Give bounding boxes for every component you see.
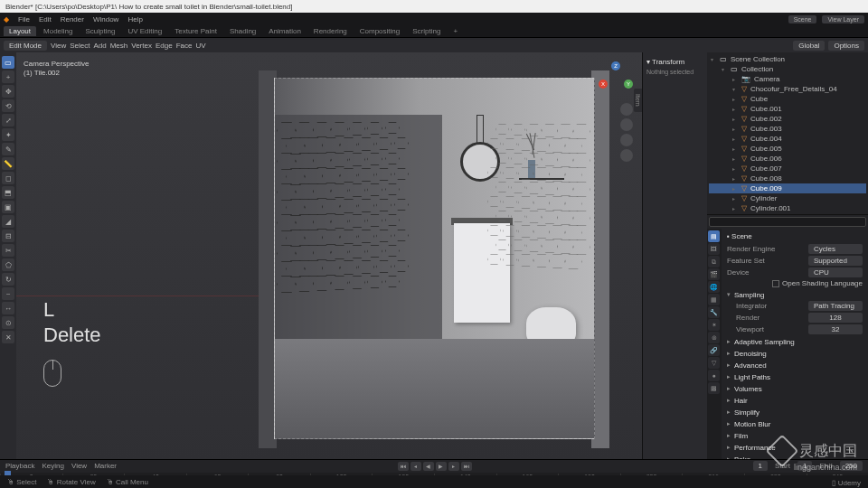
- proptab-render[interactable]: ▤: [708, 230, 720, 242]
- prop-section[interactable]: Motion Blur: [727, 420, 863, 428]
- proptab-scene[interactable]: 🎬: [708, 268, 720, 280]
- tool-knife[interactable]: ✂: [2, 244, 14, 257]
- hdr-vertex[interactable]: Vertex: [131, 42, 152, 50]
- ws-animation[interactable]: Animation: [263, 26, 307, 36]
- tool-poly[interactable]: ⬠: [2, 258, 14, 271]
- hdr-view[interactable]: View: [51, 42, 66, 50]
- gizmo-x[interactable]: X: [599, 80, 608, 89]
- tool-move[interactable]: ✥: [2, 85, 14, 98]
- npanel-tab-item[interactable]: Item: [634, 89, 642, 112]
- proptab-object[interactable]: ▦: [708, 294, 720, 305]
- ws-shading[interactable]: Shading: [224, 26, 261, 36]
- val-integrator[interactable]: Path Tracing: [808, 301, 863, 311]
- ws-add[interactable]: +: [448, 26, 463, 36]
- prop-section[interactable]: Volumes: [727, 385, 863, 393]
- play-rev-icon[interactable]: ◀: [423, 462, 434, 471]
- outliner-item[interactable]: ▸▽Cylinder.001: [709, 203, 866, 213]
- val-render[interactable]: 128: [808, 313, 863, 323]
- proptab-viewlayer[interactable]: ⧉: [708, 256, 720, 267]
- tool-rotate[interactable]: ⟲: [2, 99, 14, 112]
- tool-bevel[interactable]: ◢: [2, 215, 14, 228]
- persp-icon[interactable]: [620, 149, 633, 162]
- tool-cursor[interactable]: +: [2, 70, 14, 83]
- next-key-icon[interactable]: ▸: [448, 462, 459, 471]
- proptab-mesh[interactable]: ▽: [708, 357, 720, 369]
- hdr-select[interactable]: Select: [70, 42, 90, 50]
- prop-section[interactable]: Denoising: [727, 350, 863, 358]
- menu-edit[interactable]: Edit: [39, 15, 52, 23]
- proptab-modifier[interactable]: 🔧: [708, 306, 720, 318]
- tool-addcube[interactable]: ◻: [2, 172, 14, 184]
- outliner-item[interactable]: ▸▽Cube.006: [709, 154, 866, 164]
- outliner-item[interactable]: ▸▽Cube.008: [709, 174, 866, 183]
- proptab-world[interactable]: 🌐: [708, 281, 720, 293]
- val-engine[interactable]: Cycles: [808, 244, 863, 254]
- prev-key-icon[interactable]: ◂: [410, 462, 421, 471]
- outliner[interactable]: ▾▭Scene Collection ▾▭Collection ▸📷Camera…: [707, 52, 868, 215]
- viewport-3d[interactable]: Camera Perspective (1) Tile.002 X Y Z It…: [16, 52, 642, 459]
- tool-slide[interactable]: ↔: [2, 302, 14, 314]
- scene-field[interactable]: Scene: [788, 15, 817, 23]
- ws-scripting[interactable]: Scripting: [407, 26, 446, 36]
- tool-annotate[interactable]: ✎: [2, 143, 14, 155]
- outliner-item[interactable]: ▸▽Cube: [709, 94, 866, 104]
- frame-current[interactable]: 1: [753, 461, 768, 471]
- tool-transform[interactable]: ✦: [2, 128, 14, 141]
- prop-section[interactable]: Advanced: [727, 361, 863, 370]
- outliner-item[interactable]: ▸▽Cube.009: [709, 183, 866, 193]
- zoom-icon[interactable]: [620, 103, 633, 116]
- val-featureset[interactable]: Supported: [808, 256, 863, 266]
- prop-section[interactable]: Hair: [727, 397, 863, 405]
- menu-file[interactable]: File: [18, 15, 30, 23]
- ws-texpaint[interactable]: Texture Paint: [169, 26, 222, 36]
- ws-sculpting[interactable]: Sculpting: [80, 26, 121, 36]
- tool-spin[interactable]: ↻: [2, 273, 14, 286]
- gizmo-y[interactable]: Y: [624, 80, 633, 89]
- tool-scale[interactable]: ⤢: [2, 114, 14, 127]
- outliner-item[interactable]: ▸▽Cube.005: [709, 144, 866, 154]
- tl-view[interactable]: View: [71, 462, 87, 470]
- hdr-face[interactable]: Face: [176, 42, 193, 50]
- menu-window[interactable]: Window: [93, 15, 118, 23]
- proptab-particle[interactable]: ✶: [708, 319, 720, 331]
- outliner-item[interactable]: ▸▽Cylinder: [709, 193, 866, 203]
- proptab-constraint[interactable]: 🔗: [708, 344, 720, 356]
- outliner-item[interactable]: ▸▽Cube.001: [709, 104, 866, 114]
- outliner-root[interactable]: ▾▭Scene Collection: [709, 54, 866, 64]
- tool-loopcut[interactable]: ⊟: [2, 230, 14, 242]
- pan-icon[interactable]: [620, 118, 633, 131]
- proptab-output[interactable]: 🖼: [708, 243, 720, 255]
- tool-extrude[interactable]: ⬒: [2, 186, 14, 199]
- outliner-item[interactable]: ▸▽Cube.007: [709, 164, 866, 174]
- tl-keying[interactable]: Keying: [42, 462, 63, 470]
- camera-icon[interactable]: [620, 134, 633, 146]
- nav-gizmo[interactable]: X Y Z: [597, 60, 635, 98]
- val-viewport[interactable]: 32: [808, 324, 863, 334]
- ws-compositing[interactable]: Compositing: [354, 26, 405, 36]
- ws-rendering[interactable]: Rendering: [308, 26, 353, 36]
- menu-help[interactable]: Help: [127, 15, 142, 23]
- proptab-physics[interactable]: ⊚: [708, 332, 720, 343]
- outliner-search-input[interactable]: [709, 217, 866, 227]
- prop-section[interactable]: Light Paths: [727, 373, 863, 381]
- options-dropdown[interactable]: Options: [828, 41, 864, 51]
- hdr-mesh[interactable]: Mesh: [110, 42, 128, 50]
- outliner-item[interactable]: ▸▽Cube.004: [709, 134, 866, 144]
- osl-check[interactable]: Open Shading Language: [772, 279, 863, 287]
- outliner-item[interactable]: ▾▽Chocofur_Free_Details_04: [709, 84, 866, 94]
- sec-sampling[interactable]: Sampling: [727, 291, 863, 299]
- play-icon[interactable]: ▶: [436, 462, 447, 471]
- tool-smooth[interactable]: ~: [2, 287, 14, 300]
- ws-modeling[interactable]: Modeling: [38, 26, 78, 36]
- outliner-item[interactable]: ▸▽Cube.003: [709, 124, 866, 134]
- jump-end-icon[interactable]: ⏭: [461, 462, 472, 471]
- proptab-texture[interactable]: ▩: [708, 382, 720, 394]
- hdr-uv[interactable]: UV: [195, 42, 205, 50]
- val-device[interactable]: CPU: [808, 267, 863, 277]
- jump-start-icon[interactable]: ⏮: [398, 462, 409, 471]
- tl-marker[interactable]: Marker: [94, 462, 117, 470]
- orientation-dropdown[interactable]: Global: [793, 41, 825, 51]
- hdr-edge[interactable]: Edge: [156, 42, 173, 50]
- outliner-item[interactable]: ▸📷Camera: [709, 74, 866, 84]
- proptab-material[interactable]: ●: [708, 370, 720, 381]
